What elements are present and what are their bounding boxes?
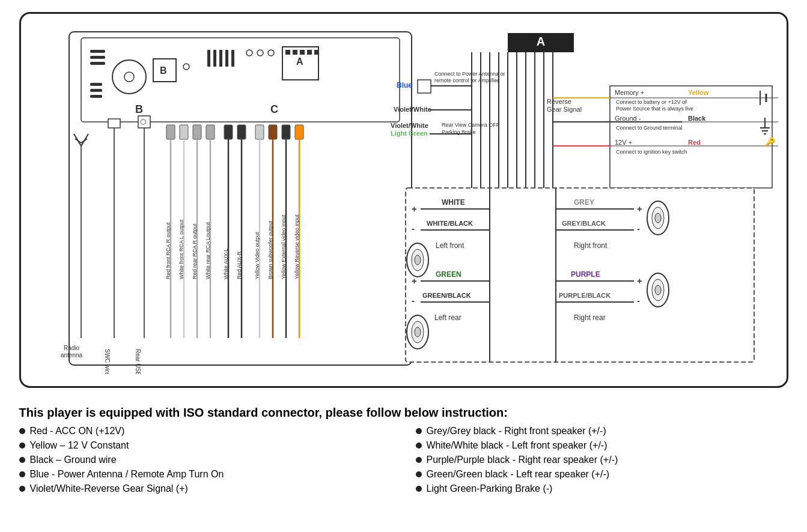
info-item: White/White black - Left front speaker (… (416, 440, 788, 451)
main-diagram-container: B B C A (19, 12, 788, 388)
svg-rect-56 (224, 125, 233, 139)
svg-rect-62 (255, 125, 264, 139)
svg-rect-16 (213, 50, 216, 67)
svg-text:remote control for Amplifier: remote control for Amplifier (434, 77, 499, 83)
svg-text:Parking Brake: Parking Brake (442, 129, 476, 135)
svg-text:Red front RCA R output: Red front RCA R output (165, 222, 171, 279)
svg-rect-44 (166, 125, 175, 139)
info-columns: Red - ACC ON (+12V)Yellow – 12 V Constan… (19, 426, 788, 498)
info-item: Violet/White-Reverse Gear Signal (+) (19, 483, 392, 494)
svg-rect-89 (418, 80, 431, 93)
info-item: Yellow – 12 V Constant (19, 440, 392, 451)
svg-text:A: A (296, 56, 303, 67)
info-col-left: Red - ACC ON (+12V)Yellow – 12 V Constan… (19, 426, 392, 498)
svg-text:GREY/BLACK: GREY/BLACK (562, 220, 606, 227)
svg-text:-: - (637, 223, 640, 234)
svg-text:GREEN/BLACK: GREEN/BLACK (422, 292, 471, 299)
svg-text:Rear View Camera OFF: Rear View Camera OFF (442, 122, 500, 128)
svg-text:+: + (637, 276, 642, 286)
svg-rect-50 (193, 125, 201, 139)
svg-text:-: - (412, 295, 415, 306)
bullet-icon (416, 428, 422, 434)
svg-text:Connect to battery or +12V of: Connect to battery or +12V of (616, 99, 687, 105)
wiring-diagram: B B C A (33, 26, 775, 374)
svg-text:Reverse: Reverse (547, 98, 571, 105)
bullet-icon (19, 428, 25, 434)
svg-text:🔑: 🔑 (765, 137, 776, 147)
svg-text:Left rear: Left rear (434, 313, 461, 322)
info-section: This player is equipped with ISO standar… (19, 400, 788, 504)
svg-text:Gear Signal: Gear Signal (547, 106, 582, 113)
svg-text:SWC wire: SWC wire (103, 349, 110, 374)
svg-text:Yellow Video output: Yellow Video output (254, 232, 260, 279)
svg-text:Violet/White: Violet/White (394, 106, 431, 113)
svg-text:antenna: antenna (60, 352, 82, 358)
svg-text:GREEN: GREEN (436, 270, 461, 279)
svg-point-21 (257, 50, 263, 56)
svg-text:Rear USB: Rear USB (134, 349, 141, 374)
svg-text:White front RCA L output: White front RCA L output (178, 219, 184, 279)
info-item: Purple/Purple black - Right rear speaker… (416, 455, 788, 465)
svg-text:Connect to ignition key switch: Connect to ignition key switch (616, 149, 687, 155)
svg-point-13 (183, 64, 189, 70)
svg-text:C: C (270, 103, 278, 115)
svg-text:Radio: Radio (63, 345, 79, 351)
svg-text:-: - (412, 223, 415, 234)
svg-rect-25 (285, 50, 290, 55)
svg-text:Brown subwoofer output: Brown subwoofer output (267, 220, 273, 279)
svg-rect-26 (293, 50, 297, 55)
svg-text:+: + (412, 276, 417, 286)
svg-rect-53 (206, 125, 215, 139)
svg-rect-18 (225, 50, 228, 67)
svg-text:Connect to Power Antenna or: Connect to Power Antenna or (434, 71, 505, 77)
svg-rect-29 (314, 50, 319, 55)
svg-point-137 (415, 255, 421, 265)
svg-point-9 (124, 72, 134, 82)
svg-text:Red: Red (688, 139, 701, 146)
svg-text:12V +: 12V + (615, 139, 632, 146)
svg-text:Right rear: Right rear (574, 313, 606, 322)
svg-text:Connect to Ground terminal: Connect to Ground terminal (616, 125, 683, 131)
svg-rect-3 (90, 56, 105, 59)
svg-text:White rear RCA Loutput: White rear RCA Loutput (205, 222, 211, 279)
svg-rect-28 (307, 50, 312, 55)
svg-point-147 (655, 213, 661, 223)
svg-text:GREY: GREY (574, 198, 594, 207)
svg-text:Violet/White: Violet/White (391, 122, 428, 129)
svg-rect-68 (282, 125, 290, 139)
svg-text:Red AUX-R: Red AUX-R (236, 251, 242, 279)
info-item: Grey/Grey black - Right front speaker (+… (416, 426, 788, 437)
svg-text:Black: Black (688, 115, 706, 122)
svg-rect-47 (180, 125, 188, 139)
bullet-icon (19, 443, 25, 449)
svg-text:Yellow Reverse video input: Yellow Reverse video input (294, 214, 300, 279)
svg-rect-38 (108, 119, 120, 128)
svg-point-169 (655, 285, 661, 295)
svg-text:Red rear RCA R output: Red rear RCA R output (192, 223, 198, 279)
svg-text:White AUX-L: White AUX-L (223, 248, 229, 279)
bullet-icon (416, 471, 422, 477)
bullet-icon (19, 486, 25, 492)
svg-rect-5 (90, 83, 102, 86)
svg-text:⬡: ⬡ (140, 118, 146, 126)
svg-rect-6 (90, 89, 102, 92)
info-col-right: Grey/Grey black - Right front speaker (+… (416, 426, 788, 498)
svg-text:A: A (536, 35, 544, 48)
svg-text:Right front: Right front (574, 241, 608, 250)
svg-rect-65 (269, 125, 277, 139)
svg-rect-2 (90, 50, 105, 53)
info-item: Black – Ground wire (19, 455, 392, 465)
svg-rect-4 (90, 62, 105, 65)
svg-text:Memory +: Memory + (615, 89, 644, 96)
svg-rect-71 (295, 125, 303, 139)
info-item: Green/Green black - Left rear speaker (+… (416, 469, 788, 480)
svg-rect-59 (237, 125, 246, 139)
bullet-icon (416, 457, 422, 463)
svg-text:Left front: Left front (436, 241, 464, 250)
svg-text:PURPLE/BLACK: PURPLE/BLACK (559, 292, 611, 299)
svg-point-20 (246, 50, 252, 56)
svg-point-22 (268, 50, 274, 56)
info-item: Red - ACC ON (+12V) (19, 426, 392, 437)
svg-rect-7 (90, 95, 102, 98)
bullet-icon (19, 471, 25, 477)
